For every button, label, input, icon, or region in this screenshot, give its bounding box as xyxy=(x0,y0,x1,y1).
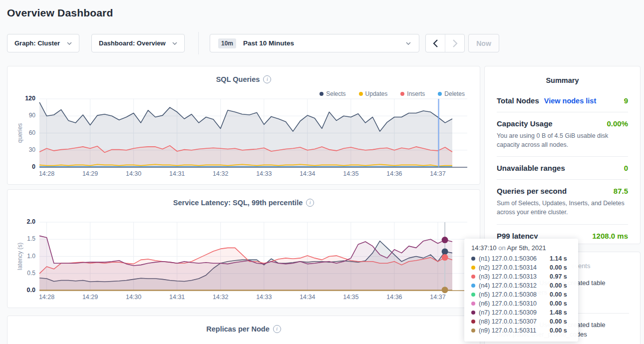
x-axis-tick: 14:33 xyxy=(252,170,276,177)
graph-dropdown-label: Graph: Cluster xyxy=(14,39,60,47)
qps-value: 87.5 xyxy=(614,187,628,195)
p99-value: 1208.0 ms xyxy=(592,232,628,240)
legend-dot-icon xyxy=(438,92,442,96)
x-axis-tick: 14:30 xyxy=(122,170,146,177)
unavailable-ranges-row: Unavailable ranges 0 xyxy=(497,164,628,172)
controls-divider xyxy=(198,32,199,54)
legend-item[interactable]: Selects xyxy=(320,90,345,97)
time-range-label: Past 10 Minutes xyxy=(243,39,294,47)
legend-dot-icon xyxy=(359,92,363,96)
node-color-dot-icon xyxy=(471,311,475,315)
legend-item[interactable]: Deletes xyxy=(438,90,465,97)
latency-chart-card: Service Latency: SQL, 99th percentile i … xyxy=(7,189,480,308)
x-axis-tick: 14:31 xyxy=(165,170,189,177)
next-time-button[interactable] xyxy=(445,34,464,52)
latency-plot[interactable]: 14:2814:2914:3014:3114:3214:3314:3414:35… xyxy=(39,222,467,291)
x-axis-tick: 14:36 xyxy=(382,170,406,177)
chart-hover-tooltip: 14:37:10 on Apr 5th, 2021 (n1) 127.0.0.1… xyxy=(464,239,578,342)
tooltip-node-rows: (n1) 127.0.0.1:503061.14 s(n2) 127.0.0.1… xyxy=(471,254,571,335)
now-button[interactable]: Now xyxy=(468,34,499,52)
tooltip-row: (n9) 127.0.0.1:503110.00 s xyxy=(471,326,571,335)
node-color-dot-icon xyxy=(471,320,475,324)
info-icon[interactable]: i xyxy=(306,199,314,207)
y-axis-tick: 1.5 xyxy=(13,235,35,242)
x-axis-tick: 14:37 xyxy=(426,170,450,177)
x-axis-tick: 14:34 xyxy=(296,170,320,177)
tooltip-row: (n7) 127.0.0.1:503091.48 s xyxy=(471,308,571,317)
x-axis-tick: 14:33 xyxy=(252,294,276,301)
now-button-label: Now xyxy=(476,39,491,47)
chevron-down-icon xyxy=(172,42,177,45)
node-color-dot-icon xyxy=(471,293,475,297)
qps-row: Queries per second 87.5 xyxy=(497,187,628,195)
info-icon[interactable]: i xyxy=(273,325,281,333)
tooltip-row: (n1) 127.0.0.1:503061.14 s xyxy=(471,254,571,263)
legend-item[interactable]: Updates xyxy=(359,90,388,97)
tooltip-row: (n6) 127.0.0.1:503100.00 s xyxy=(471,299,571,308)
capacity-value: 0.00% xyxy=(607,119,628,128)
graph-dropdown[interactable]: Graph: Cluster xyxy=(7,34,79,52)
total-nodes-label: Total Nodes xyxy=(497,96,539,105)
overview-dashboard-page: Overview Dashboard Graph: Cluster Dashbo… xyxy=(0,0,644,344)
page-title: Overview Dashboard xyxy=(7,7,113,19)
dashboard-dropdown[interactable]: Dashboard: Overview xyxy=(91,34,185,52)
node-color-dot-icon xyxy=(471,257,475,261)
unavailable-ranges-label: Unavailable ranges xyxy=(497,164,565,172)
node-color-dot-icon xyxy=(471,275,475,279)
sql-queries-chart-card: SQL Queries i SelectsUpdatesInsertsDelet… xyxy=(7,66,480,185)
chevron-down-icon xyxy=(406,42,411,45)
x-axis-tick: 14:36 xyxy=(382,294,406,301)
latency-title-row: Service Latency: SQL, 99th percentile i xyxy=(7,199,480,207)
node-color-dot-icon xyxy=(471,284,475,288)
summary-title: Summary xyxy=(497,76,628,84)
node-color-dot-icon xyxy=(471,302,475,306)
replicas-title-row: Replicas per Node i xyxy=(7,325,480,333)
y-axis-tick: 120 xyxy=(13,95,35,102)
time-range-dropdown[interactable]: 10m Past 10 Minutes xyxy=(210,34,419,52)
y-axis-tick: 0 xyxy=(13,163,35,170)
x-axis-tick: 14:30 xyxy=(122,294,146,301)
tooltip-row: (n8) 127.0.0.1:503070.00 s xyxy=(471,317,571,326)
sql-queries-plot[interactable]: 14:2814:2914:3014:3114:3214:3314:3414:35… xyxy=(39,99,467,167)
capacity-row: Capacity Usage 0.00% xyxy=(497,119,628,128)
y-axis-tick: 0.5 xyxy=(13,270,35,277)
info-icon[interactable]: i xyxy=(263,75,271,83)
x-axis-tick: 14:34 xyxy=(296,294,320,301)
unavailable-ranges-value: 0 xyxy=(624,164,628,172)
latency-chart-title: Service Latency: SQL, 99th percentile xyxy=(173,199,303,207)
summary-divider xyxy=(497,156,628,157)
chevron-left-icon xyxy=(433,39,438,47)
y-axis-tick: 60 xyxy=(13,129,35,136)
x-axis-tick: 14:35 xyxy=(339,294,363,301)
dashboard-dropdown-label: Dashboard: Overview xyxy=(99,39,166,47)
tooltip-timestamp: 14:37:10 on Apr 5th, 2021 xyxy=(471,244,571,252)
sql-queries-chart-title: SQL Queries xyxy=(216,75,260,83)
replicas-chart-card: Replicas per Node i xyxy=(7,316,480,344)
y-axis-tick: 2.0 xyxy=(13,218,35,225)
prev-time-button[interactable] xyxy=(426,34,445,52)
summary-divider xyxy=(497,224,628,225)
x-axis-tick: 14:32 xyxy=(209,294,233,301)
x-axis-tick: 14:29 xyxy=(78,294,102,301)
time-range-badge: 10m xyxy=(218,38,236,48)
time-nav-group xyxy=(425,34,465,52)
tooltip-row: (n5) 127.0.0.1:503080.00 s xyxy=(471,290,571,299)
replicas-chart-title: Replicas per Node xyxy=(206,325,270,333)
legend-dot-icon xyxy=(400,92,404,96)
legend-item[interactable]: Inserts xyxy=(400,90,425,97)
sql-queries-legend: SelectsUpdatesInsertsDeletes xyxy=(307,90,465,97)
qps-label: Queries per second xyxy=(497,187,567,195)
node-color-dot-icon xyxy=(471,329,475,333)
node-color-dot-icon xyxy=(471,266,475,270)
summary-panel: Summary Total Nodes View nodes list 9 Ca… xyxy=(484,66,641,244)
tooltip-row: (n2) 127.0.0.1:503140.00 s xyxy=(471,263,571,272)
x-axis-tick: 14:32 xyxy=(209,170,233,177)
x-axis-tick: 14:29 xyxy=(78,170,102,177)
chevron-right-icon xyxy=(452,39,458,47)
tooltip-row: (n4) 127.0.0.1:503120.00 s xyxy=(471,281,571,290)
view-nodes-list-link[interactable]: View nodes list xyxy=(544,97,597,105)
x-axis-tick: 14:28 xyxy=(35,294,59,301)
x-axis-tick: 14:35 xyxy=(339,170,363,177)
capacity-label: Capacity Usage xyxy=(497,119,553,128)
x-axis-tick: 14:31 xyxy=(165,294,189,301)
